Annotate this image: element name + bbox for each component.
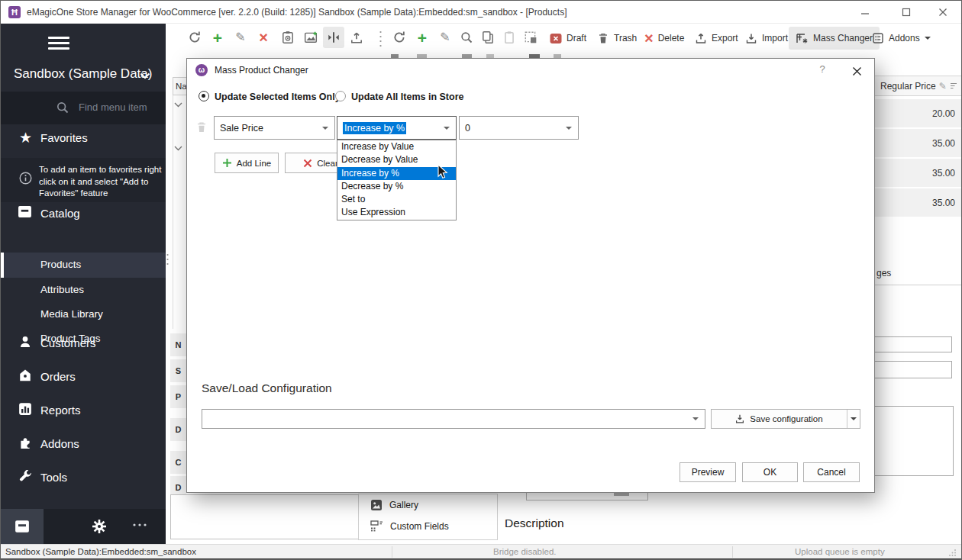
ok-button[interactable]: OK — [742, 462, 798, 482]
import-button[interactable]: Import — [738, 27, 795, 50]
maximize-button[interactable] — [891, 1, 922, 24]
grid-line — [173, 95, 173, 329]
radio-update-selected-label: Update Selected Items Only — [215, 92, 341, 102]
hamburger-icon — [48, 37, 69, 39]
copy-button[interactable] — [477, 27, 499, 48]
dropdown-option[interactable]: Set to — [337, 193, 456, 206]
save-configuration-label: Save configuration — [750, 414, 822, 423]
amount-combobox[interactable]: 0 — [459, 116, 579, 140]
trash-button[interactable]: Trash — [590, 27, 644, 50]
tools-label: Tools — [40, 471, 67, 484]
save-configuration-button[interactable]: Save configuration — [711, 409, 860, 429]
cancel-button[interactable]: Cancel — [803, 462, 860, 482]
status-bar: Sandbox (Sample Data):Embedded:sm_sandbo… — [1, 544, 961, 558]
chevron-down-icon — [925, 37, 931, 40]
description-heading: Description — [505, 517, 564, 530]
add-line-button[interactable]: Add Line — [215, 153, 279, 173]
delete-button[interactable]: × Delete — [638, 27, 691, 50]
dropdown-option[interactable]: Increase by Value — [337, 140, 456, 153]
gallery-item[interactable]: Gallery — [370, 499, 418, 511]
table-cell-price: 35.00 — [875, 188, 962, 217]
delete-label: Delete — [658, 33, 685, 43]
tree-expand-icon[interactable] — [174, 146, 182, 151]
add-button[interactable]: + — [207, 27, 228, 48]
preview-clipboard-button[interactable] — [277, 27, 299, 48]
sidebar-item-attributes[interactable]: Attributes — [1, 278, 166, 302]
sidebar-item-media-library[interactable]: Media Library — [1, 302, 166, 327]
radio-update-selected[interactable] — [199, 91, 209, 101]
sidebar: Sandbox (Sample Data) Find menu item ★ F… — [1, 24, 166, 544]
chevron-down-icon — [566, 127, 572, 130]
mass-product-changer-dialog: ω Mass Product Changer ? Update Selected… — [186, 58, 875, 493]
upload-button[interactable] — [346, 27, 367, 48]
text-field[interactable] — [870, 336, 952, 352]
text-field[interactable] — [870, 361, 952, 378]
table-row: S — [170, 359, 186, 382]
sidebar-item-products[interactable]: Products — [1, 253, 166, 278]
select-region-button[interactable] — [520, 27, 541, 48]
dialog-help-button[interactable]: ? — [815, 63, 829, 77]
chevron-down-icon — [322, 127, 328, 130]
regular-price-column-header[interactable]: Regular Price ✎ — [875, 76, 962, 96]
chevron-down-icon — [851, 417, 857, 420]
radio-update-all[interactable] — [335, 91, 346, 101]
columns-button[interactable] — [323, 27, 344, 48]
configuration-combobox[interactable] — [202, 409, 705, 429]
add-button-2[interactable]: + — [412, 27, 433, 48]
status-separator — [732, 546, 733, 558]
paste-button[interactable] — [499, 27, 520, 48]
custom-fields-item[interactable]: Custom Fields — [370, 520, 449, 532]
dropdown-option[interactable]: Use Expression — [337, 206, 456, 219]
search-button[interactable] — [456, 27, 477, 48]
table-row: N — [170, 333, 186, 356]
gallery-icon — [370, 499, 383, 511]
image-edit-button[interactable] — [300, 27, 321, 48]
pencil-icon: ✎ — [939, 82, 947, 91]
select-region-icon — [524, 31, 537, 44]
draft-button[interactable]: Draft — [543, 27, 593, 50]
settings-button[interactable] — [91, 518, 108, 535]
splitter-handle[interactable] — [166, 253, 169, 268]
trash-icon — [195, 121, 208, 134]
refresh-button-2[interactable] — [389, 27, 410, 48]
attributes-label: Attributes — [40, 284, 84, 295]
catalog-mode-button[interactable] — [1, 509, 44, 544]
resize-grip-icon[interactable] — [949, 549, 957, 556]
addons-button[interactable]: Addons — [865, 27, 938, 50]
more-options-button[interactable] — [132, 523, 147, 527]
preview-button[interactable]: Preview — [680, 462, 736, 482]
operation-combobox[interactable]: Increase by % — [337, 116, 457, 140]
tree-expand-icon[interactable] — [174, 102, 182, 108]
field-combobox[interactable]: Sale Price — [214, 116, 335, 140]
textarea-field[interactable] — [870, 406, 954, 476]
mouse-cursor — [437, 164, 449, 180]
hamburger-menu-button[interactable] — [48, 34, 69, 53]
dialog-close-button[interactable] — [850, 64, 864, 78]
table-row: C — [170, 451, 186, 474]
menu-search[interactable]: Find menu item — [1, 92, 166, 124]
save-configuration-split-arrow[interactable] — [847, 410, 860, 428]
clipped-fragment — [614, 493, 629, 496]
close-button[interactable] — [928, 1, 958, 24]
status-upload-queue: Upload queue is empty — [795, 545, 885, 559]
sidebar-bottom-bar — [1, 509, 166, 544]
dialog-logo-icon: ω — [195, 64, 208, 76]
addons-label: Addons — [40, 437, 79, 450]
chevron-down-icon — [692, 417, 699, 420]
edit-button-2[interactable]: ✎ — [434, 27, 456, 48]
gear-icon — [91, 518, 108, 535]
dropdown-option[interactable]: Decrease by % — [337, 180, 456, 193]
media-library-label: Media Library — [40, 308, 103, 320]
favorites-hint: To add an item to favorites right click … — [1, 158, 166, 202]
sort-icon — [950, 82, 957, 89]
paste-icon — [502, 31, 516, 44]
refresh-button[interactable] — [184, 27, 205, 48]
minimize-button[interactable] — [850, 1, 880, 24]
export-button[interactable]: Export — [688, 27, 745, 50]
custom-fields-icon — [370, 520, 383, 532]
tab-label-partial[interactable]: ges — [876, 268, 891, 278]
delete-row-button[interactable]: × — [253, 27, 274, 48]
status-bridge: Bridge disabled. — [493, 545, 556, 559]
table-cell-price: 20.00 — [875, 99, 962, 127]
edit-button[interactable]: ✎ — [230, 27, 251, 48]
